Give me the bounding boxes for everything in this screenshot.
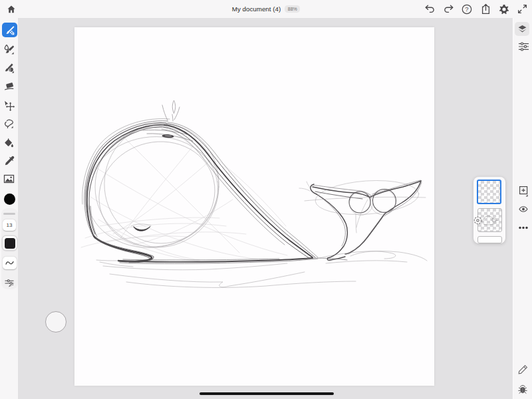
- svg-text:?: ?: [465, 5, 468, 13]
